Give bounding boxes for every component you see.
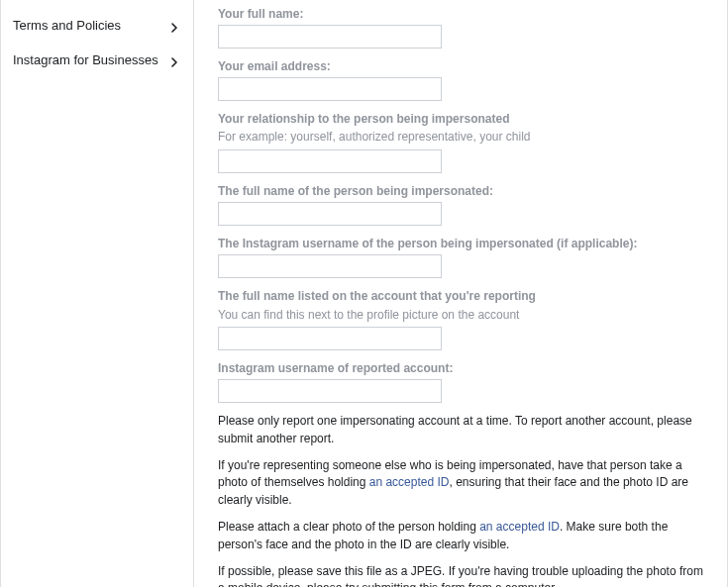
impersonated-name-label: The full name of the person being impers… (218, 183, 703, 200)
relationship-label: Your relationship to the person being im… (218, 111, 703, 128)
email-input[interactable] (218, 77, 442, 101)
info-jpeg: If possible, please save this file as a … (218, 563, 703, 587)
sidebar-item-label: Terms and Policies (13, 18, 121, 33)
reported-fullname-label: The full name listed on the account that… (218, 288, 703, 305)
reported-fullname-input[interactable] (218, 327, 442, 350)
email-label: Your email address: (218, 58, 703, 75)
field-full-name: Your full name: (218, 6, 703, 49)
reported-username-input[interactable] (218, 379, 442, 403)
full-name-label: Your full name: (218, 6, 703, 23)
field-impersonated-name: The full name of the person being impers… (218, 183, 703, 226)
impersonated-username-label: The Instagram username of the person bei… (218, 236, 703, 252)
impersonated-name-input[interactable] (218, 202, 442, 226)
info-one-account: Please only report one impersonating acc… (218, 413, 703, 447)
field-email: Your email address: (218, 58, 703, 101)
relationship-hint: For example: yourself, authorized repres… (218, 129, 703, 146)
chevron-right-icon (169, 55, 179, 65)
reported-username-label: Instagram username of reported account: (218, 360, 703, 377)
sidebar-item-instagram-businesses[interactable]: Instagram for Businesses (1, 43, 193, 77)
field-reported-fullname: The full name listed on the account that… (218, 288, 703, 351)
main-form: Your full name: Your email address: Your… (194, 0, 727, 587)
chevron-right-icon (169, 21, 179, 31)
reported-fullname-hint: You can find this next to the profile pi… (218, 307, 703, 324)
field-reported-username: Instagram username of reported account: (218, 360, 703, 403)
sidebar-item-terms-policies[interactable]: Terms and Policies (1, 8, 193, 43)
impersonated-username-input[interactable] (218, 254, 442, 278)
field-impersonated-username: The Instagram username of the person bei… (218, 236, 703, 278)
relationship-input[interactable] (218, 149, 442, 173)
sidebar-item-label: Instagram for Businesses (13, 52, 158, 67)
sidebar: Terms and Policies Instagram for Busines… (1, 0, 194, 587)
accepted-id-link-2[interactable]: an accepted ID (479, 520, 560, 534)
info-representing: If you're representing someone else who … (218, 457, 703, 509)
info-attach-photo: Please attach a clear photo of the perso… (218, 519, 703, 553)
accepted-id-link-1[interactable]: an accepted ID (369, 475, 450, 489)
full-name-input[interactable] (218, 25, 442, 49)
field-relationship: Your relationship to the person being im… (218, 111, 703, 174)
